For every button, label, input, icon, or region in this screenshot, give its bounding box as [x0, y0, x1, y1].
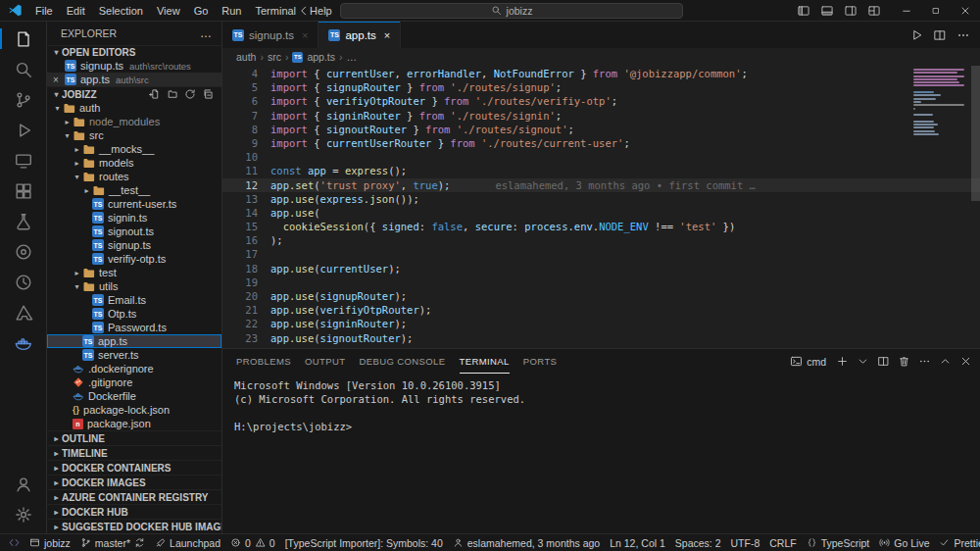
section-outline[interactable]: ▸OUTLINE [47, 430, 221, 445]
toggle-secondary-sidebar-icon[interactable] [839, 4, 862, 18]
menu-selection[interactable]: Selection [92, 3, 150, 19]
tree-item-server.ts[interactable]: TSserver.ts [47, 348, 221, 362]
code-line-17[interactable]: 17 [222, 247, 980, 261]
section-suggested-docker-hub-images[interactable]: ▸SUGGESTED DOCKER HUB IMAGES [47, 519, 221, 533]
close-button[interactable] [951, 0, 980, 21]
more-icon[interactable] [956, 28, 970, 42]
activity-testing[interactable] [0, 206, 47, 236]
tree-item-.dockerignore[interactable]: .dockerignore [47, 362, 221, 376]
menu-view[interactable]: View [150, 3, 187, 19]
activity-run-debug[interactable] [0, 115, 47, 145]
minimize-button[interactable] [892, 0, 921, 21]
close-icon[interactable]: × [302, 29, 308, 41]
minimap[interactable] [913, 69, 968, 136]
tree-item-__test__[interactable]: ▸__test__ [47, 183, 221, 197]
tree-item-.gitignore[interactable]: .gitignore [47, 376, 221, 389]
code-line-8[interactable]: 8import { signoutRouter } from './routes… [222, 123, 980, 136]
menu-run[interactable]: Run [215, 3, 248, 19]
breadcrumb-auth[interactable]: auth [236, 51, 256, 63]
new-file-icon[interactable] [149, 88, 161, 100]
activity-explorer[interactable] [0, 24, 47, 54]
panel-tab-problems[interactable]: PROBLEMS [236, 349, 291, 374]
new-folder-icon[interactable] [167, 88, 178, 100]
activity-live-share[interactable] [0, 236, 47, 267]
code-line-24[interactable]: 24app.use(currentUserRouter); [222, 345, 980, 348]
panel-tab-output[interactable]: OUTPUT [305, 349, 345, 374]
tree-item-Otp.ts[interactable]: TSOtp.ts [47, 307, 221, 321]
tree-item-models[interactable]: ▸models [47, 156, 221, 170]
code-line-12[interactable]: 12app.set('trust proxy', true);eslamahem… [222, 178, 980, 192]
tree-item-test[interactable]: ▸test [47, 266, 221, 279]
activity-source-control[interactable] [0, 84, 47, 115]
tree-item-package.json[interactable]: npackage.json [47, 417, 221, 430]
status-language[interactable]: TypeScript [802, 534, 875, 551]
tab-signup.ts[interactable]: TSsignup.ts× [222, 22, 318, 48]
run-icon[interactable] [909, 28, 923, 42]
tree-item-Email.ts[interactable]: TSEmail.ts [47, 293, 221, 307]
breadcrumb-file[interactable]: TSapp.ts [292, 51, 335, 63]
code-line-9[interactable]: 9import { currentUserRouter } from './ro… [222, 136, 980, 150]
toggle-panel-icon[interactable] [815, 4, 839, 18]
status-git-blame[interactable]: eslamahemed, 3 months ago [448, 534, 605, 551]
tree-item-node_modules[interactable]: ▸node_modules [47, 115, 221, 128]
close-icon[interactable]: × [53, 75, 65, 85]
maximize-button[interactable] [921, 0, 951, 21]
tree-item-Password.ts[interactable]: TSPassword.ts [47, 321, 221, 334]
activity-search[interactable] [0, 54, 47, 84]
plus-icon[interactable] [836, 355, 849, 368]
section-docker-hub[interactable]: ▸DOCKER HUB [47, 504, 221, 519]
code-line-14[interactable]: 14app.use( [222, 206, 980, 220]
tree-item-signout.ts[interactable]: TSsignout.ts [47, 225, 221, 238]
customize-layout-icon[interactable] [862, 4, 886, 18]
more-icon[interactable] [918, 355, 931, 368]
menu-terminal[interactable]: Terminal [249, 3, 304, 19]
editor[interactable]: 4import { currentUser, errorHandler, Not… [222, 66, 980, 348]
activity-docker[interactable] [0, 327, 47, 358]
code-line-7[interactable]: 7import { signinRouter } from './routes/… [222, 109, 980, 123]
code-line-16[interactable]: 16); [222, 233, 980, 247]
status-project[interactable]: jobizz [24, 534, 75, 551]
status-indentation[interactable]: Spaces: 2 [670, 534, 726, 551]
code-line-4[interactable]: 4import { currentUser, errorHandler, Not… [222, 67, 980, 80]
activity-settings[interactable] [0, 499, 47, 529]
breadcrumb[interactable]: auth›src›TSapp.ts›… [222, 48, 980, 66]
more-actions-icon[interactable]: … [200, 26, 212, 40]
terminal-output[interactable]: Microsoft Windows [Version 10.0.26100.39… [222, 374, 980, 533]
tree-item-__mocks__[interactable]: ▸__mocks__ [47, 142, 221, 156]
forward-icon[interactable] [318, 4, 332, 18]
collapse-all-icon[interactable] [202, 88, 214, 100]
tree-item-src[interactable]: ▾src [47, 128, 221, 142]
chevron-down-icon[interactable] [857, 355, 869, 368]
tree-item-current-user.ts[interactable]: TScurrent-user.ts [47, 197, 221, 211]
open-editor-app.ts[interactable]: ×TSapp.tsauth\src [47, 73, 221, 86]
status-remote[interactable] [4, 534, 24, 551]
open-editor-signup.ts[interactable]: TSsignup.tsauth\src\routes [47, 59, 221, 73]
code-line-6[interactable]: 6import { verifiyOtpRouter } from './rou… [222, 94, 980, 108]
open-editors-header[interactable]: ▾ OPEN EDITORS [47, 45, 221, 60]
code-line-10[interactable]: 10 [222, 150, 980, 164]
close-icon[interactable] [959, 355, 972, 368]
status-problems[interactable]: 00 [225, 534, 280, 551]
code-line-13[interactable]: 13app.use(express.json()); [222, 192, 980, 206]
command-center[interactable]: jobizz [340, 3, 683, 19]
tree-item-verifiy-otp.ts[interactable]: TSverifiy-otp.ts [47, 252, 221, 266]
activity-accounts[interactable] [0, 469, 47, 499]
panel-tab-debug-console[interactable]: DEBUG CONSOLE [359, 349, 445, 374]
split-icon[interactable] [933, 28, 947, 42]
section-docker-images[interactable]: ▸DOCKER IMAGES [47, 475, 221, 489]
back-icon[interactable] [297, 4, 311, 18]
tree-item-Dockerfile[interactable]: Dockerfile [47, 389, 221, 403]
scrollbar-thumb[interactable] [971, 66, 980, 201]
status-git-branch[interactable]: master* [75, 534, 150, 551]
tab-app.ts[interactable]: TSapp.ts× [318, 22, 401, 48]
tree-item-package-lock.json[interactable]: {}package-lock.json [47, 403, 221, 417]
project-section-header[interactable]: ▾ JOBIZZ [47, 86, 221, 101]
tree-item-signin.ts[interactable]: TSsignin.ts [47, 211, 221, 225]
panel-tab-ports[interactable]: PORTS [523, 349, 558, 374]
tree-item-utils[interactable]: ▾utils [47, 279, 221, 293]
code-line-20[interactable]: 20app.use(signupRouter); [222, 289, 980, 303]
code-line-22[interactable]: 22app.use(signinRouter); [222, 317, 980, 330]
status-prettier[interactable]: Prettier [934, 534, 980, 551]
status-go-live[interactable]: Go Live [874, 534, 934, 551]
code-line-15[interactable]: 15 cookieSession({ signed: false, secure… [222, 220, 980, 233]
